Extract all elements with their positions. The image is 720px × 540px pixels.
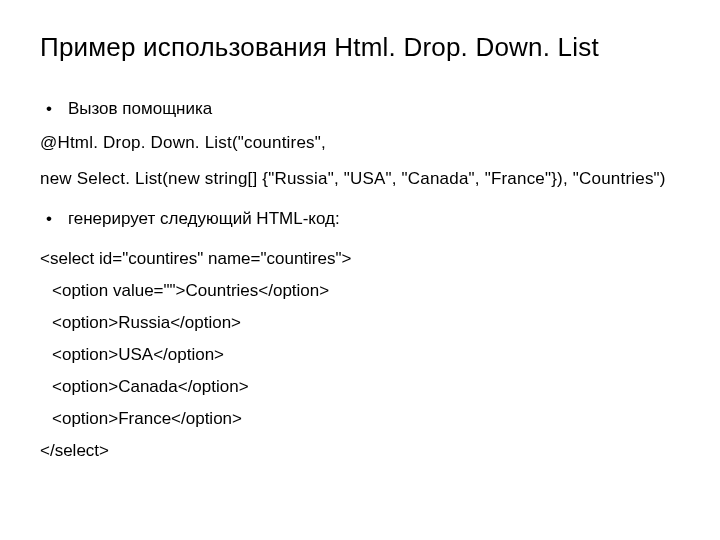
html-output-line-2: <option value="">Countries</option> (40, 281, 680, 301)
html-output-line-6: <option>France</option> (40, 409, 680, 429)
html-output-line-1: <select id="countires" name="countires"> (40, 249, 680, 269)
html-output-line-4: <option>USA</option> (40, 345, 680, 365)
slide-title: Пример использования Html. Drop. Down. L… (40, 32, 680, 63)
bullet-dot-icon: • (46, 209, 52, 229)
html-output-line-5: <option>Canada</option> (40, 377, 680, 397)
html-output-line-7: </select> (40, 441, 680, 461)
code-line-2: new Select. List(new string[] {"Russia",… (40, 169, 680, 189)
bullet-dot-icon: • (46, 99, 52, 119)
bullet-text-1: Вызов помощника (68, 99, 212, 119)
bullet-item-1: • Вызов помощника (40, 99, 680, 119)
code-line-1: @Html. Drop. Down. List("countires", (40, 133, 680, 153)
bullet-text-2: генерирует следующий HTML-код: (68, 209, 340, 229)
html-output-line-3: <option>Russia</option> (40, 313, 680, 333)
bullet-item-2: • генерирует следующий HTML-код: (40, 209, 680, 229)
